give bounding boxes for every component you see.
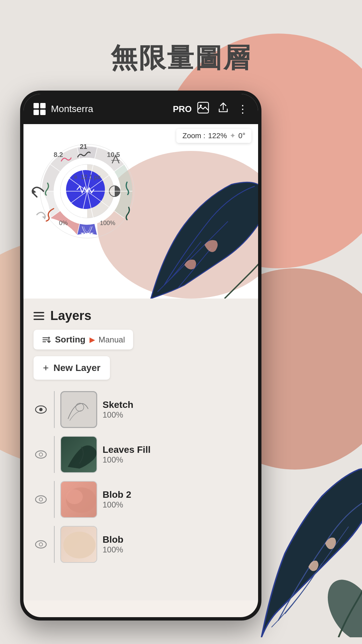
decorative-plant — [245, 369, 362, 637]
layer-item[interactable]: Blob 2 100% — [27, 478, 255, 521]
layer-info: Blob 2 100% — [103, 489, 248, 509]
layer-thumbnail — [60, 391, 97, 428]
svg-point-25 — [36, 496, 46, 503]
layer-name: Leaves Fill — [103, 444, 248, 455]
brush-preview-5 — [120, 206, 132, 222]
sorting-mode: Manual — [99, 335, 125, 344]
layer-opacity: 100% — [103, 410, 248, 420]
svg-point-19 — [39, 408, 43, 411]
new-layer-button[interactable]: + New Layer — [34, 356, 110, 380]
rotation-value: 0° — [238, 131, 245, 140]
svg-point-33 — [63, 532, 96, 558]
sorting-row: Sorting ▶ Manual — [23, 330, 258, 356]
layers-title: Layers — [50, 309, 92, 323]
svg-point-31 — [39, 543, 43, 546]
new-layer-label: New Layer — [54, 363, 101, 373]
new-layer-row: + New Layer — [23, 356, 258, 388]
layer-info: Leaves Fill 100% — [103, 444, 248, 465]
brush-size-display: ≡ 12.1 px — [74, 174, 101, 181]
opacity-display: 0% — [59, 220, 68, 227]
layer-name: Sketch — [103, 399, 248, 410]
svg-point-26 — [39, 498, 43, 501]
app-name: Montserra — [51, 104, 168, 114]
sort-icon — [42, 335, 51, 344]
layers-menu-icon[interactable] — [34, 312, 44, 320]
brush-preview-2 — [77, 150, 90, 162]
plus-icon: + — [43, 362, 49, 374]
more-options-icon[interactable]: ⋮ — [237, 103, 248, 115]
wheel-segment-label-2: 21 — [80, 143, 87, 151]
zoom-value: 122% — [208, 131, 227, 140]
layer-visibility-toggle[interactable] — [34, 402, 48, 417]
canvas-area[interactable]: Zoom : 122% ✦ 0° — [23, 124, 258, 299]
svg-point-21 — [76, 403, 84, 411]
share-icon[interactable] — [217, 102, 229, 116]
layer-visibility-toggle[interactable] — [34, 492, 48, 507]
brush-preview-bottom — [79, 225, 96, 236]
zoom-separator: ✦ — [230, 131, 236, 140]
layer-thumbnail — [60, 436, 97, 473]
sorting-button[interactable]: Sorting ▶ Manual — [34, 330, 133, 350]
svg-point-23 — [39, 453, 43, 456]
brush-preview-1 — [60, 155, 71, 165]
layer-thumbnail — [60, 481, 97, 518]
brush-wheel[interactable]: 8.2 21 10.5 ≡ 12.1 px 0% 100% — [34, 138, 141, 245]
app-logo — [34, 103, 46, 115]
phone-screen: Montserra PRO — [23, 94, 258, 617]
layer-opacity: 100% — [103, 500, 248, 509]
layer-opacity: 100% — [103, 545, 248, 554]
gallery-icon[interactable] — [197, 102, 209, 116]
zoom-indicator: Zoom : 122% ✦ 0° — [176, 129, 251, 143]
zoom-label: Zoom : — [182, 131, 205, 140]
sorting-label: Sorting — [55, 334, 85, 345]
layer-info: Blob 100% — [103, 534, 248, 554]
page-title: 無限量圖層 — [0, 40, 362, 76]
pro-badge: PRO — [173, 104, 192, 114]
layer-thumbnail — [60, 526, 97, 563]
layer-name: Blob 2 — [103, 489, 248, 500]
layer-connector — [54, 436, 55, 473]
layer-item[interactable]: Leaves Fill 100% — [27, 433, 255, 476]
toolbar-icons: ⋮ — [197, 102, 248, 116]
layers-panel: Layers Sorting ▶ Manual + New L — [23, 299, 258, 600]
layer-connector — [54, 391, 55, 428]
flow-display: 100% — [100, 220, 115, 227]
layer-list: Sketch 100% — [23, 388, 258, 566]
svg-point-1 — [200, 105, 202, 107]
svg-point-22 — [36, 451, 46, 458]
layer-opacity: 100% — [103, 455, 248, 465]
svg-point-34 — [318, 571, 362, 637]
brush-preview-3 — [110, 154, 121, 167]
layer-connector — [54, 481, 55, 518]
svg-point-29 — [66, 489, 83, 504]
layer-name: Blob — [103, 534, 248, 545]
layers-header: Layers — [23, 299, 258, 330]
layer-info: Sketch 100% — [103, 399, 248, 420]
layer-item[interactable]: Blob 100% — [27, 523, 255, 566]
redo-button[interactable] — [32, 207, 47, 224]
svg-point-30 — [36, 541, 46, 548]
sorting-arrow: ▶ — [89, 336, 95, 344]
layer-visibility-toggle[interactable] — [34, 447, 48, 462]
undo-button[interactable] — [30, 183, 49, 201]
layer-item[interactable]: Sketch 100% — [27, 388, 255, 431]
app-toolbar: Montserra PRO — [23, 94, 258, 124]
phone-frame: Montserra PRO — [20, 91, 261, 621]
layer-visibility-toggle[interactable] — [34, 537, 48, 552]
brush-preview-4 — [124, 180, 135, 197]
layer-connector — [54, 526, 55, 563]
